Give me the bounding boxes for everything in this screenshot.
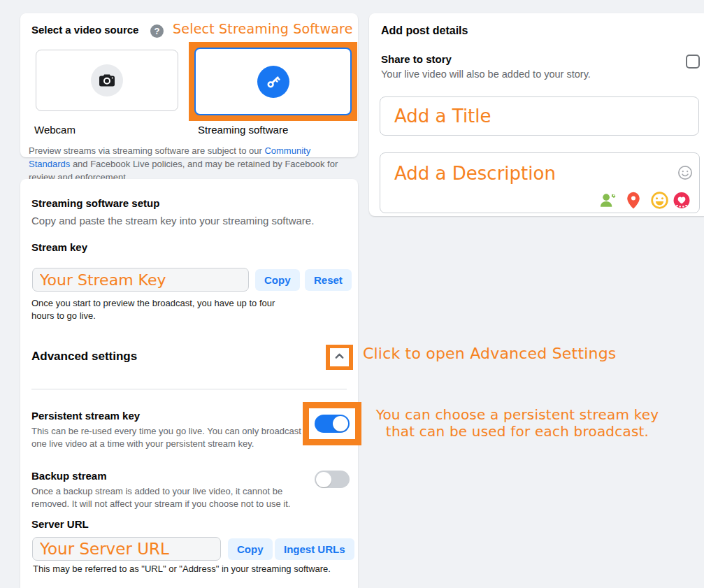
copy-stream-key-button[interactable]: Copy bbox=[255, 269, 300, 291]
ingest-urls-button[interactable]: Ingest URLs bbox=[275, 538, 354, 560]
post-details-title: Add post details bbox=[381, 24, 468, 37]
setup-title: Streaming software setup bbox=[31, 197, 159, 209]
share-to-story-checkbox[interactable] bbox=[686, 55, 700, 69]
share-to-story-description: Your live video will also be added to yo… bbox=[381, 69, 591, 80]
backup-stream-toggle[interactable] bbox=[315, 471, 350, 488]
copy-server-url-button[interactable]: Copy bbox=[228, 538, 273, 560]
stream-key-note: Once you start to preview the broadcast,… bbox=[31, 297, 294, 322]
camera-icon bbox=[91, 64, 123, 96]
annotation-open-advanced: Click to open Advanced Settings bbox=[363, 345, 617, 362]
backup-stream-label: Backup stream bbox=[31, 470, 107, 482]
reset-stream-key-button[interactable]: Reset bbox=[305, 269, 352, 291]
setup-subtitle: Copy and paste the stream key into your … bbox=[31, 215, 314, 227]
persistent-toggle-frame bbox=[309, 408, 355, 439]
advanced-settings-collapse-button[interactable] bbox=[330, 348, 349, 366]
chevron-up-icon bbox=[334, 351, 345, 364]
webcam-tile[interactable] bbox=[36, 50, 178, 111]
persistent-stream-key-label: Persistent stream key bbox=[31, 410, 140, 422]
annotation-persistent-line1: You can choose a persistent stream key bbox=[359, 406, 675, 423]
video-source-title: Select a video source bbox=[31, 24, 138, 36]
key-icon bbox=[257, 66, 289, 98]
check-in-icon[interactable] bbox=[626, 192, 644, 209]
feeling-icon[interactable] bbox=[651, 192, 668, 209]
post-details-card: Add post details Share to story Your liv… bbox=[369, 13, 704, 216]
server-url-note: This may be referred to as "URL" or "Add… bbox=[33, 563, 354, 575]
streaming-setup-card: Streaming software setup Copy and paste … bbox=[20, 179, 358, 588]
webcam-label: Webcam bbox=[34, 124, 76, 136]
disclaimer-prefix: Preview streams via streaming software a… bbox=[29, 145, 264, 156]
toggle-knob bbox=[333, 416, 348, 431]
post-description-input[interactable] bbox=[380, 153, 699, 185]
fundraiser-icon[interactable] bbox=[673, 192, 690, 209]
post-description-box bbox=[380, 152, 700, 213]
stream-key-input[interactable] bbox=[32, 268, 249, 292]
advanced-settings-label: Advanced settings bbox=[31, 350, 137, 364]
persistent-stream-key-description: This can be re-used every time you go li… bbox=[31, 425, 307, 450]
tag-people-icon[interactable] bbox=[599, 192, 617, 209]
annotation-highlight-advanced-chevron bbox=[326, 345, 353, 370]
backup-stream-description: Once a backup stream is added to your li… bbox=[31, 485, 311, 510]
emoji-outline-icon[interactable] bbox=[677, 165, 693, 180]
annotation-highlight-persistent-toggle bbox=[303, 402, 361, 445]
help-icon[interactable]: ? bbox=[150, 24, 164, 38]
persistent-stream-key-toggle[interactable] bbox=[315, 415, 350, 433]
streaming-software-label: Streaming software bbox=[198, 124, 288, 136]
annotation-persistent-key: You can choose a persistent stream key t… bbox=[359, 406, 675, 440]
annotation-highlight-streaming-tile bbox=[189, 42, 357, 121]
annotation-persistent-line2: that can be used for each broadcast. bbox=[359, 423, 675, 440]
facebook-live-producer-screen: Select a video source ? bbox=[0, 0, 704, 588]
server-url-input[interactable] bbox=[32, 537, 221, 561]
server-url-label: Server URL bbox=[31, 518, 89, 530]
annotation-select-streaming: Select Streaming Software bbox=[173, 21, 353, 36]
toggle-knob bbox=[316, 472, 331, 487]
stream-key-label: Stream key bbox=[31, 241, 87, 253]
post-title-input[interactable] bbox=[380, 96, 699, 136]
streaming-software-tile[interactable] bbox=[194, 48, 352, 115]
section-divider bbox=[31, 389, 347, 389]
share-to-story-label: Share to story bbox=[381, 53, 452, 65]
